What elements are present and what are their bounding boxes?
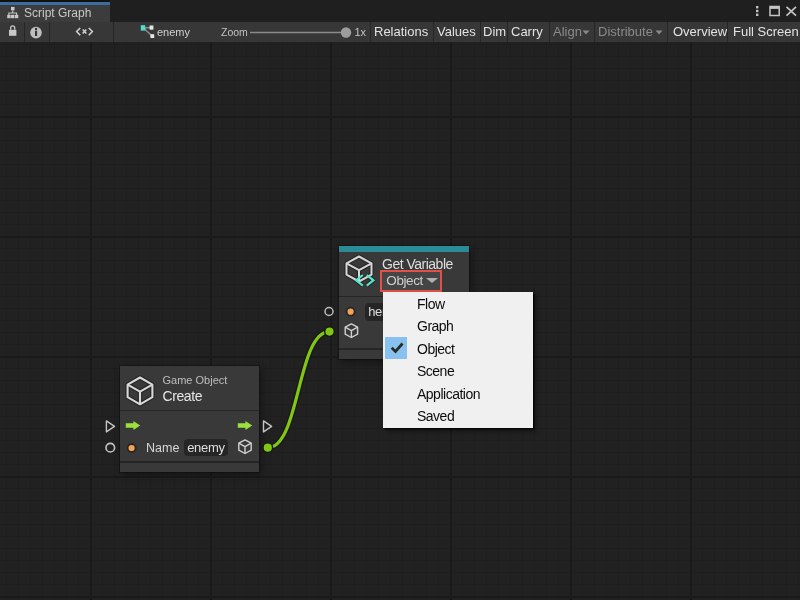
svg-text:Script Graph: Script Graph — [24, 6, 91, 20]
